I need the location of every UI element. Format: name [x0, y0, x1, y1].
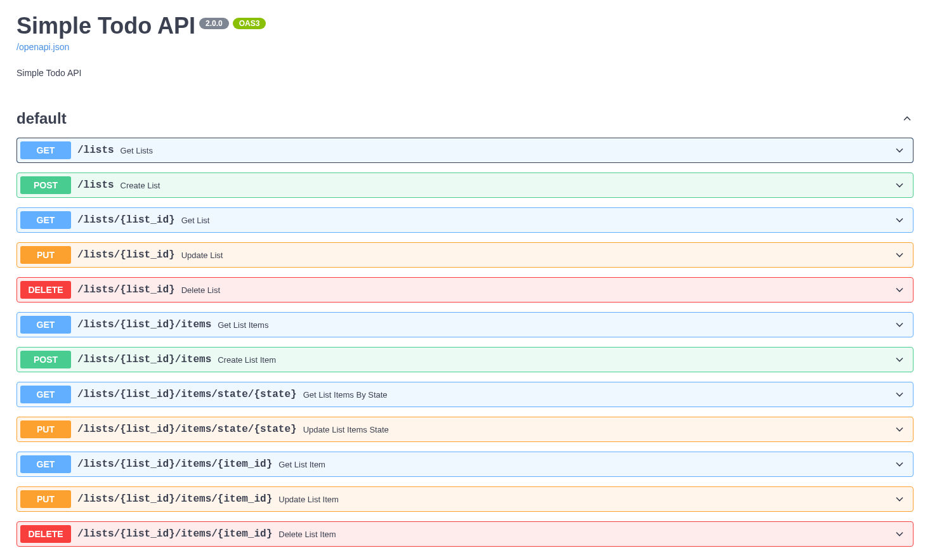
operation-row[interactable]: GET/lists/{list_id}/items/state/{state}G…	[16, 382, 914, 407]
operation-row[interactable]: DELETE/lists/{list_id}Delete List	[16, 277, 914, 303]
chevron-down-icon[interactable]	[893, 283, 906, 296]
tag-section-title: default	[16, 110, 67, 127]
method-badge: GET	[20, 316, 71, 334]
operation-row[interactable]: GET/lists/{list_id}/items/{item_id}Get L…	[16, 452, 914, 477]
operation-row[interactable]: PUT/lists/{list_id}/items/state/{state}U…	[16, 417, 914, 442]
api-description: Simple Todo API	[16, 68, 914, 78]
operation-summary: Update List Item	[278, 495, 893, 504]
operation-path: /lists/{list_id}/items/state/{state}	[77, 424, 297, 435]
title-row: Simple Todo API 2.0.0 OAS3	[16, 13, 914, 39]
method-badge: GET	[20, 141, 71, 159]
operation-path: /lists/{list_id}	[77, 284, 175, 296]
operation-summary: Get List Item	[278, 460, 893, 469]
chevron-down-icon[interactable]	[893, 353, 906, 366]
operation-path: /lists/{list_id}/items/{item_id}	[77, 528, 272, 540]
operation-row[interactable]: GET/lists/{list_id}/itemsGet List Items	[16, 312, 914, 337]
operation-path: /lists/{list_id}/items/{item_id}	[77, 459, 272, 470]
chevron-down-icon[interactable]	[893, 318, 906, 331]
operation-summary: Delete List Item	[278, 530, 893, 539]
chevron-down-icon[interactable]	[893, 388, 906, 401]
chevron-down-icon[interactable]	[893, 249, 906, 261]
operation-path: /lists/{list_id}	[77, 249, 175, 261]
operation-row[interactable]: POST/listsCreate List	[16, 173, 914, 198]
tag-section: default GET/listsGet ListsPOST/listsCrea…	[16, 110, 914, 547]
method-badge: POST	[20, 351, 71, 368]
operation-path: /lists	[77, 179, 114, 191]
method-badge: POST	[20, 176, 71, 194]
chevron-down-icon[interactable]	[893, 179, 906, 192]
operation-row[interactable]: GET/listsGet Lists	[16, 138, 914, 163]
operation-row[interactable]: DELETE/lists/{list_id}/items/{item_id}De…	[16, 521, 914, 547]
api-title: Simple Todo API	[16, 13, 195, 39]
operation-path: /lists	[77, 145, 114, 156]
operations-list: GET/listsGet ListsPOST/listsCreate ListG…	[16, 138, 914, 547]
operation-summary: Delete List	[181, 285, 893, 295]
chevron-down-icon[interactable]	[893, 144, 906, 157]
chevron-down-icon[interactable]	[893, 423, 906, 436]
operation-summary: Update List Items State	[303, 425, 893, 434]
method-badge: PUT	[20, 490, 71, 508]
operation-path: /lists/{list_id}/items/{item_id}	[77, 493, 272, 505]
chevron-down-icon[interactable]	[893, 493, 906, 505]
spec-link[interactable]: /openapi.json	[16, 42, 69, 52]
operation-summary: Get List Items	[218, 320, 893, 330]
operation-summary: Get Lists	[121, 146, 893, 155]
operation-summary: Update List	[181, 251, 893, 260]
chevron-down-icon[interactable]	[893, 528, 906, 540]
chevron-down-icon[interactable]	[893, 214, 906, 226]
operation-path: /lists/{list_id}/items/state/{state}	[77, 389, 297, 400]
method-badge: GET	[20, 211, 71, 229]
method-badge: GET	[20, 455, 71, 473]
method-badge: DELETE	[20, 525, 71, 543]
method-badge: PUT	[20, 420, 71, 438]
tag-section-header[interactable]: default	[16, 110, 914, 131]
operation-path: /lists/{list_id}/items	[77, 319, 211, 330]
chevron-up-icon	[901, 112, 914, 125]
operation-path: /lists/{list_id}/items	[77, 354, 211, 365]
api-header: Simple Todo API 2.0.0 OAS3 /openapi.json…	[16, 13, 914, 78]
operation-summary: Create List	[121, 181, 893, 190]
operation-row[interactable]: GET/lists/{list_id}Get List	[16, 207, 914, 233]
operation-summary: Get List Items By State	[303, 390, 893, 400]
method-badge: PUT	[20, 246, 71, 264]
chevron-down-icon[interactable]	[893, 458, 906, 471]
operation-row[interactable]: PUT/lists/{list_id}/items/{item_id}Updat…	[16, 486, 914, 512]
method-badge: GET	[20, 386, 71, 403]
operation-row[interactable]: POST/lists/{list_id}/itemsCreate List It…	[16, 347, 914, 372]
operation-row[interactable]: PUT/lists/{list_id}Update List	[16, 242, 914, 268]
version-badge: 2.0.0	[199, 18, 229, 29]
method-badge: DELETE	[20, 281, 71, 299]
operation-path: /lists/{list_id}	[77, 214, 175, 226]
operation-summary: Get List	[181, 216, 893, 225]
operation-summary: Create List Item	[218, 355, 893, 365]
oas-badge: OAS3	[233, 18, 266, 29]
